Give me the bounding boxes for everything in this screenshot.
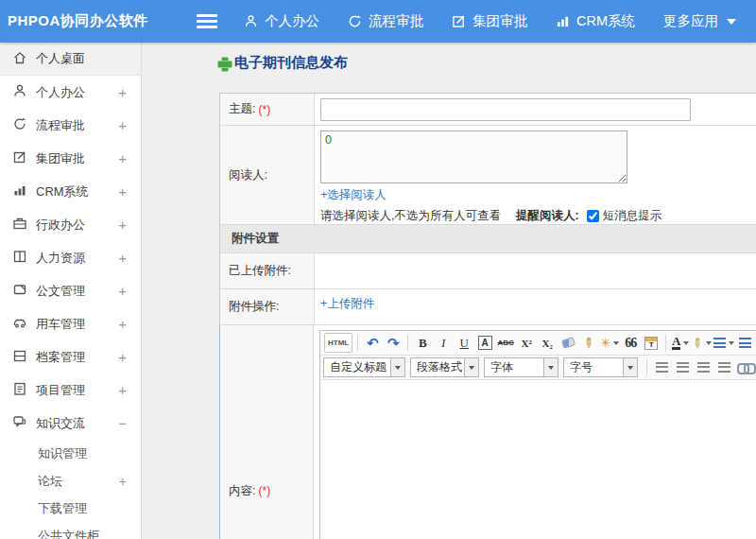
- bar-chart-icon: [556, 14, 570, 28]
- nav-item-personal-office[interactable]: 个人办公: [244, 12, 319, 30]
- format-brush-icon[interactable]: ✏: [579, 334, 599, 353]
- edit-icon: [12, 149, 27, 167]
- readers-row: 阅读人: 0 +选择阅读人 请选择阅读人,不选为所有人可查看 提醒阅读人: 短消…: [220, 126, 756, 225]
- editor-toolbar-row2: 自定义标题 段落格式 字体 字号: [320, 356, 756, 380]
- briefcase-icon: [12, 216, 27, 234]
- redo-icon[interactable]: ↷: [384, 333, 403, 353]
- sidebar-item-group-approval[interactable]: 集团审批 +: [0, 142, 141, 175]
- page-title: 电子期刊信息发布: [217, 54, 348, 72]
- subject-row: 主题: (*): [220, 94, 756, 126]
- sms-hint-label: 短消息提示: [603, 208, 662, 224]
- attachment-section-header: 附件设置: [220, 225, 756, 253]
- sidebar-item-personal-office[interactable]: 个人办公 +: [0, 76, 141, 109]
- chevron-down-icon: [613, 341, 619, 345]
- document-icon: [12, 282, 27, 300]
- main-content: 电子期刊信息发布 主题: (*) 阅读人: 0 +选择阅读人 请选择阅读人,不选…: [142, 43, 756, 539]
- chevron-down-icon: [390, 358, 404, 376]
- editor-toolbar-row1: HTML ↶ ↷ B I U A ABC X² X₂ ✏: [320, 331, 756, 356]
- font-border-button[interactable]: A: [478, 336, 492, 350]
- blockquote-button[interactable]: 66: [621, 333, 640, 353]
- sidebar-item-vehicle-mgmt[interactable]: 用车管理 +: [0, 307, 141, 340]
- select-readers-link[interactable]: +选择阅读人: [320, 187, 387, 203]
- align-right-icon[interactable]: [697, 362, 710, 373]
- sidebar-item-process-approval[interactable]: 流程审批 +: [0, 109, 141, 142]
- undo-icon[interactable]: ↶: [363, 333, 382, 353]
- magic-wand-icon: ✳: [600, 336, 610, 350]
- font-size-dropdown[interactable]: 字号: [563, 357, 638, 377]
- sidebar-subitem-forum[interactable]: 论坛 +: [0, 467, 141, 495]
- custom-title-dropdown[interactable]: 自定义标题: [323, 357, 405, 377]
- nav-item-group-approval[interactable]: 集团审批: [452, 12, 527, 30]
- remind-readers-label: 提醒阅读人:: [516, 208, 579, 224]
- subject-input[interactable]: [320, 98, 691, 121]
- publish-form: 主题: (*) 阅读人: 0 +选择阅读人 请选择阅读人,不选为所有人可查看 提…: [219, 93, 756, 539]
- font-family-dropdown[interactable]: 字体: [484, 357, 558, 377]
- sidebar-item-project-mgmt[interactable]: 项目管理 +: [0, 374, 141, 407]
- bar-chart-icon: [12, 183, 27, 200]
- ordered-list-icon: [713, 338, 726, 348]
- sidebar-item-crm[interactable]: CRM系统 +: [0, 175, 141, 208]
- attachment-action-row: 附件操作: +上传附件: [220, 289, 756, 325]
- upload-attachment-link[interactable]: +上传附件: [320, 296, 374, 312]
- process-refresh-icon: [12, 116, 27, 134]
- car-icon: [12, 315, 27, 333]
- readers-textarea[interactable]: 0: [320, 130, 627, 183]
- required-mark: (*): [258, 484, 270, 497]
- menu-toggle-icon[interactable]: [197, 14, 217, 28]
- link-icon[interactable]: [737, 363, 753, 372]
- sidebar-item-knowledge-exchange[interactable]: 知识交流 −: [0, 407, 141, 440]
- sidebar-item-admin-office[interactable]: 行政办公 +: [0, 208, 141, 241]
- italic-button[interactable]: I: [434, 333, 453, 353]
- readers-label: 阅读人:: [220, 126, 315, 224]
- sidebar-item-archive-mgmt[interactable]: 档案管理 +: [0, 340, 141, 374]
- ordered-list-button[interactable]: [713, 333, 734, 353]
- html-source-button[interactable]: HTML: [324, 333, 352, 353]
- nav-item-process-approval[interactable]: 流程审批: [348, 12, 423, 30]
- attachment-action-label: 附件操作:: [220, 289, 315, 324]
- uploaded-attachments-label: 已上传附件:: [220, 253, 315, 288]
- book-icon: [12, 249, 27, 267]
- underline-button[interactable]: U: [455, 333, 473, 353]
- strikethrough-button[interactable]: ABC: [496, 333, 515, 353]
- highlight-button[interactable]: ✏: [692, 333, 712, 353]
- app-header: PHPOA协同办公软件 个人办公 流程审批 集团审批 CRM系统 更多应用: [0, 0, 756, 43]
- sidebar-item-document-mgmt[interactable]: 公文管理 +: [0, 274, 141, 307]
- sidebar-item-personal-desktop[interactable]: 个人桌面: [0, 43, 141, 76]
- subscript-button[interactable]: X₂: [538, 333, 557, 353]
- clipboard-icon: [12, 381, 27, 399]
- bold-button[interactable]: B: [413, 333, 432, 353]
- superscript-button[interactable]: X²: [517, 333, 536, 353]
- nav-item-crm[interactable]: CRM系统: [556, 12, 635, 30]
- sidebar-subitem-public-file-cabinet[interactable]: 公共文件柜: [0, 522, 141, 539]
- unordered-list-button[interactable]: [736, 333, 755, 353]
- sidebar-subitem-download-mgmt[interactable]: 下载管理: [0, 495, 141, 522]
- uploaded-attachments-row: 已上传附件:: [220, 253, 756, 289]
- required-mark: (*): [258, 103, 270, 116]
- sidebar-subitem-knowledge-mgmt[interactable]: 知识管理: [0, 440, 141, 467]
- eraser-icon[interactable]: [561, 337, 576, 349]
- plus-icon: [217, 57, 231, 70]
- chevron-down-icon: [464, 358, 478, 376]
- align-left-icon[interactable]: [656, 362, 668, 373]
- unordered-list-icon: [739, 338, 751, 348]
- nav-item-more-apps[interactable]: 更多应用: [663, 12, 736, 30]
- paragraph-format-dropdown[interactable]: 段落格式: [410, 357, 479, 377]
- subject-label: 主题: (*): [220, 94, 315, 125]
- edit-icon: [452, 14, 466, 28]
- align-justify-icon[interactable]: [718, 362, 730, 373]
- highlighter-icon: ✏: [690, 338, 705, 349]
- paste-text-icon[interactable]: T: [644, 337, 658, 350]
- person-icon: [12, 83, 27, 101]
- editor-content-area[interactable]: [320, 380, 756, 539]
- autotypeset-button[interactable]: ✳: [600, 333, 619, 353]
- content-label: 内容: (*): [219, 325, 314, 539]
- chevron-down-icon: [543, 358, 558, 376]
- chevron-down-icon: [706, 341, 712, 345]
- chevron-down-icon: [727, 19, 736, 25]
- font-color-button[interactable]: A: [671, 333, 690, 353]
- sms-remind-checkbox[interactable]: [587, 210, 599, 222]
- home-icon: [12, 50, 27, 68]
- chat-bubbles-icon: [12, 414, 27, 432]
- sidebar-item-hr[interactable]: 人力资源 +: [0, 241, 141, 274]
- align-center-icon[interactable]: [677, 362, 689, 373]
